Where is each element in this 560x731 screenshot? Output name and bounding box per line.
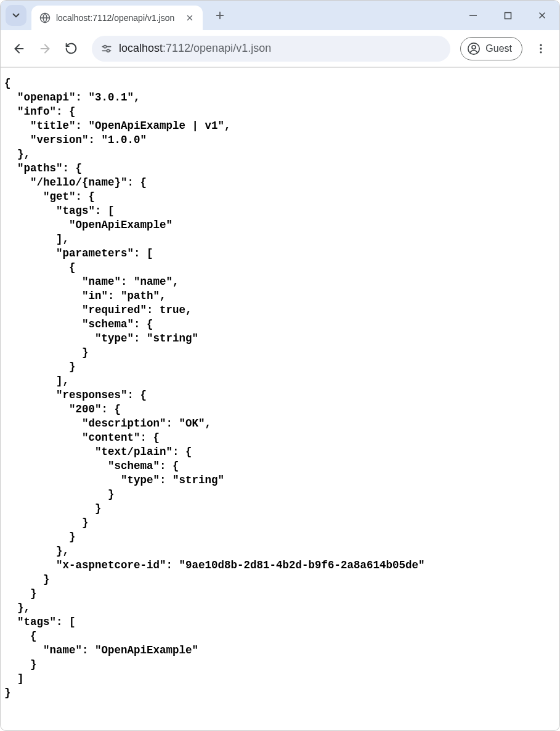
new-tab-button[interactable] bbox=[210, 6, 230, 25]
maximize-icon bbox=[504, 12, 512, 20]
browser-chrome: localhost:7112/openapi/v1.json bbox=[1, 1, 559, 68]
minimize-button[interactable] bbox=[456, 3, 490, 28]
svg-point-17 bbox=[472, 45, 476, 49]
address-host: localhost bbox=[119, 42, 163, 54]
profile-label: Guest bbox=[485, 43, 512, 54]
maximize-button[interactable] bbox=[490, 3, 525, 28]
plus-icon bbox=[214, 10, 225, 21]
globe-icon bbox=[39, 12, 51, 24]
svg-point-18 bbox=[540, 44, 542, 46]
address-path: :7112/openapi/v1.json bbox=[163, 42, 271, 54]
browser-tab[interactable]: localhost:7112/openapi/v1.json bbox=[31, 6, 203, 30]
arrow-left-icon bbox=[12, 42, 26, 55]
json-content: { "openapi": "3.0.1", "info": { "title":… bbox=[1, 68, 559, 709]
svg-point-20 bbox=[540, 51, 542, 53]
back-button[interactable] bbox=[8, 38, 30, 60]
arrow-right-icon bbox=[38, 42, 52, 55]
window-controls bbox=[456, 1, 559, 30]
toolbar: localhost:7112/openapi/v1.json Guest bbox=[1, 30, 559, 67]
tab-strip: localhost:7112/openapi/v1.json bbox=[1, 1, 559, 30]
user-icon bbox=[467, 42, 481, 55]
chevron-down-icon bbox=[10, 10, 22, 21]
svg-point-14 bbox=[103, 45, 106, 47]
svg-point-15 bbox=[107, 49, 109, 52]
close-window-button[interactable] bbox=[525, 3, 559, 28]
tab-search-button[interactable] bbox=[6, 5, 26, 26]
forward-button[interactable] bbox=[34, 38, 56, 60]
reload-icon bbox=[65, 42, 78, 55]
minimize-icon bbox=[469, 11, 477, 20]
site-settings-icon[interactable] bbox=[100, 43, 113, 55]
close-icon bbox=[185, 14, 194, 22]
menu-button[interactable] bbox=[530, 38, 552, 60]
tab-title: localhost:7112/openapi/v1.json bbox=[56, 13, 174, 23]
svg-rect-7 bbox=[505, 12, 511, 18]
address-bar[interactable]: localhost:7112/openapi/v1.json bbox=[92, 36, 450, 62]
svg-point-19 bbox=[540, 47, 542, 49]
more-vertical-icon bbox=[535, 43, 547, 55]
reload-button[interactable] bbox=[60, 38, 82, 60]
profile-button[interactable]: Guest bbox=[460, 37, 522, 60]
tab-close-button[interactable] bbox=[184, 12, 195, 23]
address-text: localhost:7112/openapi/v1.json bbox=[119, 42, 271, 55]
close-icon bbox=[537, 10, 547, 20]
